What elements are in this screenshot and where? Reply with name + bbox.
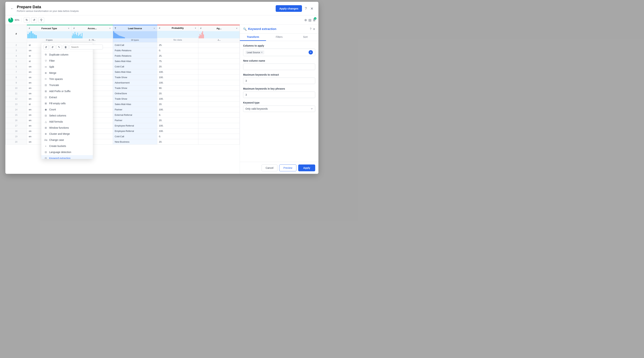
rp-close-button[interactable]: ✕: [313, 28, 315, 31]
menu-item-label-add_formula: Add formula: [49, 120, 90, 123]
forecast-type-filter[interactable]: ▼: [68, 27, 70, 29]
preview-button[interactable]: Preview: [279, 164, 296, 171]
menu-item-label-count: Count: [49, 108, 90, 111]
menu-item-label-filter: Filter: [49, 59, 90, 62]
remove-lead-source-tag[interactable]: ✕: [261, 51, 263, 54]
right-panel-tabs: Transform Filters Sort: [240, 34, 318, 41]
edit-column-button[interactable]: ✎: [56, 45, 62, 50]
right-panel: 🔍 Keyword extraction ? ✕ Transform Filte…: [240, 25, 318, 174]
table-row: 20onNew·Business20.: [6, 139, 240, 145]
menu-item-label-keyword_extraction: Keyword extraction: [49, 157, 90, 159]
help-icon-button[interactable]: ?: [304, 6, 308, 11]
layers-icon-button[interactable]: ≣ 1: [313, 18, 316, 22]
quality-pct: 90%: [15, 19, 19, 21]
tab-sort[interactable]: Sort: [292, 34, 318, 41]
columns-to-apply-field: Columns to apply Lead Source ✕ +: [243, 44, 315, 56]
menu-item-create_buckets[interactable]: ▪Create buckets: [41, 143, 93, 149]
rp-help-button[interactable]: ?: [310, 28, 312, 31]
new-column-name-field: New column name: [243, 59, 315, 70]
menu-item-icon-create_buckets: ▪: [44, 145, 48, 147]
keyword-type-select[interactable]: Only valid keywords All keywords Key phr…: [243, 106, 315, 112]
menu-item-keyword_extraction[interactable]: ⊟Keyword extraction: [41, 155, 93, 159]
menu-item-duplicate[interactable]: ⧉Duplicate column: [41, 51, 93, 58]
account-filter[interactable]: ▼: [109, 27, 111, 29]
upload-icon-button[interactable]: ⊕: [304, 18, 307, 22]
cancel-button[interactable]: Cancel: [262, 164, 278, 171]
tab-transform[interactable]: Transform: [240, 34, 266, 41]
menu-item-icon-cluster_merge: ⊕: [44, 132, 48, 135]
keyword-extraction-icon: 🔍: [243, 28, 247, 31]
max-keywords-phrases-input[interactable]: [243, 92, 315, 98]
forecast-type-summary: 3 types: [27, 38, 72, 42]
max-keywords-field: Maximum keywords to extract: [243, 73, 315, 84]
menu-item-filter[interactable]: ▽Filter: [41, 58, 93, 64]
menu-item-label-trim: Trim spaces: [49, 78, 90, 80]
menu-item-icon-duplicate: ⧉: [44, 53, 48, 56]
menu-item-icon-trim: ✂: [44, 78, 48, 80]
menu-item-label-duplicate: Duplicate column: [49, 53, 90, 56]
tag-label: Lead Source: [247, 51, 260, 54]
undo-button[interactable]: ↻: [24, 17, 30, 23]
menu-items-list: ⧉Duplicate column▽Filter⇔Split⊕Merge✂Tri…: [41, 51, 93, 159]
table-row: 16enPartner20.: [6, 118, 240, 123]
right-panel-body: Columns to apply Lead Source ✕ + New col…: [240, 41, 318, 162]
forecast-type-header: # Forecast Type ▼: [27, 25, 72, 43]
table-row: 8onTrade·Show100.: [6, 75, 240, 80]
menu-item-select_columns[interactable]: ⊟Select columns: [41, 112, 93, 119]
menu-item-change_case[interactable]: AaChange case: [41, 137, 93, 143]
menu-item-trim[interactable]: ✂Trim spaces: [41, 76, 93, 82]
account-header: # Accou... ▼: [72, 25, 113, 43]
account-chart: [72, 31, 113, 38]
menu-search-input[interactable]: [70, 45, 103, 50]
sort-asc-button[interactable]: ⇵: [44, 45, 49, 50]
menu-item-icon-select_columns: ⊟: [44, 114, 48, 117]
menu-item-cluster_merge[interactable]: ⊕Cluster and Merge: [41, 131, 93, 137]
menu-item-count[interactable]: ◉Count: [41, 106, 93, 112]
badge-count: 1: [314, 17, 316, 20]
menu-item-icon-split: ⇔: [44, 65, 48, 68]
menu-item-extract[interactable]: ⊡Extract: [41, 94, 93, 100]
apply-changes-button[interactable]: Apply changes: [276, 5, 302, 12]
menu-item-label-truncate: Truncate: [49, 84, 90, 87]
menu-item-merge[interactable]: ⊕Merge: [41, 70, 93, 76]
menu-item-icon-language_detection: ⊟: [44, 151, 48, 153]
menu-item-truncate[interactable]: ⊟Truncate: [41, 82, 93, 88]
menu-item-window_functions[interactable]: ⊞Window functions: [41, 125, 93, 131]
menu-item-icon-truncate: ⊟: [44, 84, 48, 87]
menu-item-label-prefix_suffix: Add Prefix or Suffix: [49, 90, 90, 93]
menu-item-label-split: Split: [49, 65, 90, 68]
menu-item-label-select_columns: Select columns: [49, 114, 90, 117]
probability-summary: No data: [157, 38, 198, 42]
back-button[interactable]: ←: [10, 6, 15, 11]
lead-source-chart: [113, 31, 157, 38]
apply-button[interactable]: Apply: [298, 164, 315, 171]
menu-item-label-merge: Merge: [49, 72, 90, 74]
menu-item-icon-keyword_extraction: ⊟: [44, 157, 48, 159]
ag-filter[interactable]: ▼: [236, 27, 238, 29]
menu-item-language_detection[interactable]: ⊟Language detection: [41, 149, 93, 155]
max-keywords-input[interactable]: [243, 78, 315, 84]
delete-column-button[interactable]: 🗑: [63, 45, 68, 50]
menu-item-label-create_buckets: Create buckets: [49, 145, 90, 147]
menu-item-label-extract: Extract: [49, 96, 90, 99]
redo-button[interactable]: ↺: [31, 17, 37, 23]
lead-source-filter[interactable]: ▼: [153, 27, 155, 29]
close-icon-button[interactable]: ✕: [310, 6, 314, 12]
probability-filter[interactable]: ▼: [194, 27, 196, 29]
new-column-name-input[interactable]: [243, 64, 315, 70]
columns-field-container: Lead Source ✕ +: [243, 49, 315, 56]
tab-filters[interactable]: Filters: [266, 34, 292, 41]
menu-item-split[interactable]: ⇔Split: [41, 64, 93, 70]
table-row: 11onOnlineStore20.: [6, 91, 240, 96]
table-row: 12enTrade·Show100.: [6, 96, 240, 102]
table-row: 3onPublic·Relations0.: [6, 48, 240, 53]
menu-item-fill_empty[interactable]: ⊠Fill empty cells: [41, 100, 93, 106]
sort-desc-button[interactable]: ⇵: [50, 45, 55, 50]
add-column-button[interactable]: +: [308, 50, 313, 55]
menu-item-add_formula[interactable]: △Add formula: [41, 119, 93, 125]
menu-item-icon-fill_empty: ⊠: [44, 102, 48, 105]
menu-item-prefix_suffix[interactable]: ⊞Add Prefix or Suffix: [41, 88, 93, 94]
search-button[interactable]: ⚲: [38, 17, 44, 23]
menu-item-icon-add_formula: △: [44, 120, 48, 123]
chart-icon-button[interactable]: ▤: [308, 18, 312, 22]
